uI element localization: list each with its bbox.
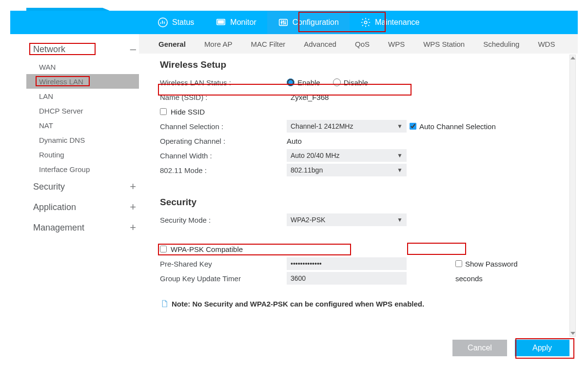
sidebar-item-dynamic-dns[interactable]: Dynamic DNS: [26, 133, 139, 147]
hide-ssid-label: Hide SSID: [171, 108, 205, 116]
group-key-input[interactable]: [287, 272, 407, 285]
scroll-up-icon[interactable]: [570, 57, 575, 59]
sidebar-section-application[interactable]: Application +: [26, 197, 139, 217]
chevron-down-icon: ▼: [397, 152, 403, 159]
wpa-psk-compatible-label: WPA-PSK Compatible: [171, 245, 243, 253]
psk-input[interactable]: [287, 257, 407, 270]
tab-wps-station[interactable]: WPS Station: [416, 36, 471, 53]
sidebar: Network – WAN Wireless LAN LAN DHCP Serv…: [26, 39, 139, 238]
expand-icon: +: [130, 201, 136, 213]
bar-chart-icon: [157, 17, 168, 28]
sub-tab-bar: General More AP MAC Filter Advanced QoS …: [139, 34, 578, 54]
svg-point-7: [364, 21, 367, 24]
wlan-status-label: Wireless LAN Status :: [160, 78, 287, 87]
security-heading: Security: [160, 197, 560, 208]
channel-width-value: Auto 20/40 MHz: [291, 152, 339, 159]
tab-mac-filter[interactable]: MAC Filter: [244, 36, 292, 53]
channel-width-select[interactable]: Auto 20/40 MHz ▼: [287, 149, 407, 162]
wlan-status-disable-radio[interactable]: [333, 78, 341, 86]
wlan-status-enable-text: Enable: [297, 78, 320, 87]
tab-wds[interactable]: WDS: [531, 36, 562, 53]
note-row: Note: No Security and WPA2-PSK can be co…: [160, 299, 560, 308]
gear-icon: [360, 17, 371, 28]
show-password-label: Show Password: [465, 260, 518, 268]
wlan-status-disable[interactable]: Disable: [333, 78, 368, 87]
sidebar-item-lan[interactable]: LAN: [26, 89, 139, 103]
svg-point-0: [158, 18, 167, 27]
tab-general[interactable]: General: [152, 36, 193, 53]
expand-icon: +: [130, 180, 136, 193]
auto-channel-checkbox[interactable]: [410, 123, 416, 130]
wlan-status-disable-text: Disable: [344, 78, 368, 87]
chevron-down-icon: ▼: [397, 123, 403, 130]
collapse-icon: –: [130, 43, 136, 56]
hide-ssid-checkbox[interactable]: [160, 108, 167, 115]
sidebar-section-network-label: Network: [33, 44, 65, 55]
content-scrollbar[interactable]: [569, 55, 576, 337]
tab-wps[interactable]: WPS: [381, 36, 412, 53]
topnav-configuration-label: Configuration: [293, 18, 339, 27]
tab-advanced[interactable]: Advanced: [297, 36, 343, 53]
mode-value: 802.11bgn: [291, 166, 323, 174]
sidebar-item-nat[interactable]: NAT: [26, 118, 139, 133]
tab-scheduling[interactable]: Scheduling: [476, 36, 526, 53]
sidebar-item-dhcp-server[interactable]: DHCP Server: [26, 103, 139, 118]
sliders-icon: [278, 17, 289, 28]
content-panel: Wireless Setup Wireless LAN Status : Ena…: [146, 54, 569, 337]
channel-selection-label: Channel Selection :: [160, 122, 287, 131]
sidebar-item-interface-group[interactable]: Interface Group: [26, 162, 139, 176]
sidebar-section-management-label: Management: [33, 223, 84, 233]
sidebar-section-security-label: Security: [33, 182, 65, 192]
group-key-unit: seconds: [455, 274, 483, 283]
top-nav-bar: Status Monitor Configuration Maintenance: [10, 11, 578, 34]
sidebar-section-management[interactable]: Management +: [26, 217, 139, 238]
expand-icon: +: [130, 221, 136, 234]
security-mode-select[interactable]: WPA2-PSK ▼: [287, 213, 407, 226]
svg-rect-2: [218, 20, 224, 23]
channel-selection-select[interactable]: Channel-1 2412MHz ▼: [287, 120, 407, 133]
operating-channel-value: Auto: [287, 135, 407, 147]
tab-qos[interactable]: QoS: [348, 36, 376, 53]
mode-select[interactable]: 802.11bgn ▼: [287, 164, 407, 176]
show-password-checkbox[interactable]: [455, 260, 462, 267]
page-icon: [160, 299, 169, 308]
topnav-monitor-label: Monitor: [230, 18, 256, 27]
note-body: No Security and WPA2-PSK can be configur…: [193, 300, 425, 308]
psk-label: Pre-Shared Key: [160, 260, 287, 268]
topnav-configuration[interactable]: Configuration: [267, 11, 350, 34]
ssid-value[interactable]: Zyxel_F368: [287, 91, 407, 103]
wlan-status-enable-radio[interactable]: [287, 78, 294, 86]
wlan-status-enable[interactable]: Enable: [287, 78, 320, 87]
mode-label: 802.11 Mode :: [160, 166, 287, 174]
security-mode-label: Security Mode :: [160, 216, 287, 224]
scroll-down-icon[interactable]: [570, 332, 575, 335]
topnav-maintenance[interactable]: Maintenance: [350, 11, 431, 34]
sidebar-item-wan[interactable]: WAN: [26, 59, 139, 74]
chevron-down-icon: ▼: [397, 167, 403, 173]
sidebar-item-wireless-lan[interactable]: Wireless LAN: [26, 74, 139, 89]
security-mode-value: WPA2-PSK: [291, 216, 325, 224]
ssid-label: Name (SSID) :: [160, 93, 287, 101]
sidebar-item-routing[interactable]: Routing: [26, 147, 139, 162]
monitor-icon: [216, 17, 226, 28]
wpa-psk-compatible-checkbox[interactable]: [160, 246, 167, 252]
note-text: Note: No Security and WPA2-PSK can be co…: [172, 300, 424, 308]
cancel-button[interactable]: Cancel: [452, 340, 507, 356]
operating-channel-label: Operating Channel :: [160, 137, 287, 145]
sidebar-section-network[interactable]: Network –: [26, 39, 139, 59]
note-prefix: Note:: [172, 300, 193, 308]
channel-selection-value: Channel-1 2412MHz: [291, 122, 353, 130]
topnav-monitor[interactable]: Monitor: [205, 11, 267, 34]
chevron-down-icon: ▼: [397, 216, 403, 223]
channel-width-label: Channel Width :: [160, 152, 287, 160]
sidebar-section-security[interactable]: Security +: [26, 176, 139, 197]
sidebar-section-application-label: Application: [33, 202, 76, 212]
auto-channel-label: Auto Channel Selection: [419, 122, 496, 131]
topnav-status-label: Status: [172, 18, 194, 27]
apply-button[interactable]: Apply: [515, 340, 569, 356]
group-key-label: Group Key Update Timer: [160, 274, 287, 283]
tab-more-ap[interactable]: More AP: [197, 36, 239, 53]
topnav-maintenance-label: Maintenance: [375, 18, 420, 27]
wireless-setup-heading: Wireless Setup: [160, 59, 560, 70]
topnav-status[interactable]: Status: [147, 11, 205, 34]
